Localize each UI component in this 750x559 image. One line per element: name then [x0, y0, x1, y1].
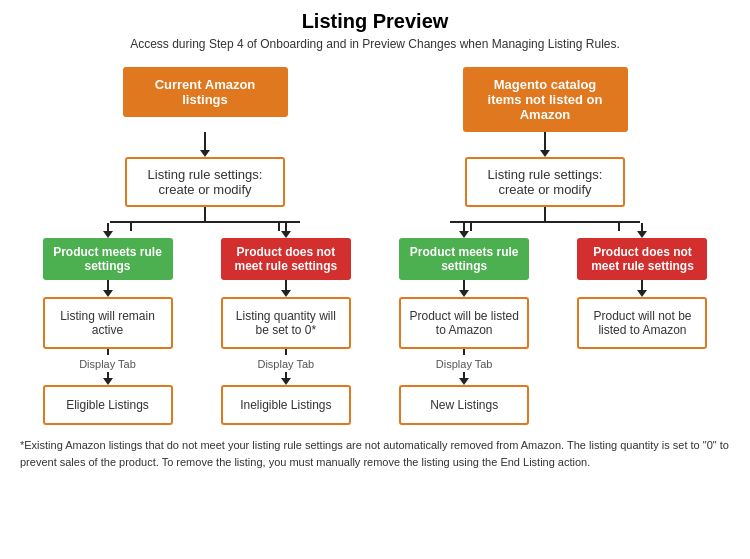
listing-remain-active-box: Listing will remain active: [43, 297, 173, 349]
product-not-meets-left-badge: Product does not meet rule settings: [221, 238, 351, 280]
eligible-listings-box: Eligible Listings: [43, 385, 173, 425]
product-listed-amazon-box: Product will be listed to Amazon: [399, 297, 529, 349]
outcome-2: Listing quantity will be set to 0*: [208, 297, 363, 349]
final-2: Ineligible Listings: [208, 385, 363, 425]
branch-left-green: Product meets rule settings: [30, 223, 185, 280]
product-not-meets-right-badge: Product does not meet rule settings: [577, 238, 707, 280]
display-tab-1-section: Display Tab: [30, 349, 185, 385]
ineligible-listings-box: Ineligible Listings: [221, 385, 351, 425]
final-3: New Listings: [387, 385, 542, 425]
product-meets-right-badge: Product meets rule settings: [399, 238, 529, 280]
display-tab-4-section: [565, 349, 720, 385]
listing-rule-box-right: Listing rule settings:create or modify: [465, 157, 625, 207]
outcome-1: Listing will remain active: [30, 297, 185, 349]
display-tab-1-label: Display Tab: [79, 358, 136, 370]
branch-right-green: Product meets rule settings: [387, 223, 542, 280]
listing-quantity-zero-box: Listing quantity will be set to 0*: [221, 297, 351, 349]
display-tab-2-label: Display Tab: [257, 358, 314, 370]
page-title: Listing Preview: [302, 10, 449, 33]
new-listings-box: New Listings: [399, 385, 529, 425]
final-4-empty: [565, 385, 720, 425]
product-meets-left-badge: Product meets rule settings: [43, 238, 173, 280]
display-tab-3-section: Display Tab: [387, 349, 542, 385]
listing-rule-box-left: Listing rule settings:create or modify: [125, 157, 285, 207]
branch-right-red: Product does not meet rule settings: [565, 223, 720, 280]
current-amazon-listings-box: Current Amazon listings: [123, 67, 288, 117]
outcome-4: Product will not be listed to Amazon: [565, 297, 720, 349]
final-1: Eligible Listings: [30, 385, 185, 425]
outcome-3: Product will be listed to Amazon: [387, 297, 542, 349]
product-not-listed-amazon-box: Product will not be listed to Amazon: [577, 297, 707, 349]
display-tab-3-label: Display Tab: [436, 358, 493, 370]
magento-catalog-box: Magento catalog items not listed on Amaz…: [463, 67, 628, 132]
page-subtitle: Access during Step 4 of Onboarding and i…: [130, 37, 620, 51]
footnote: *Existing Amazon listings that do not me…: [15, 437, 735, 470]
display-tab-2-section: Display Tab: [208, 349, 363, 385]
branch-left-red: Product does not meet rule settings: [208, 223, 363, 280]
